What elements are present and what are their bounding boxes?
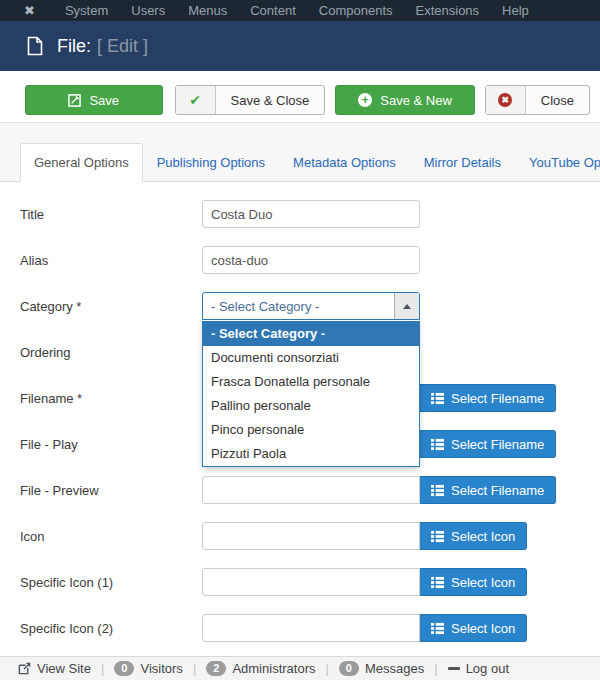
list-icon — [431, 438, 444, 451]
view-site-label: View Site — [37, 661, 91, 676]
icon-input[interactable] — [202, 522, 420, 550]
logout-label: Log out — [466, 661, 509, 676]
select-icon-label: Select Icon — [451, 529, 515, 544]
logout-link[interactable]: Log out — [448, 661, 509, 676]
external-link-icon — [18, 662, 31, 675]
visitors-label: Visitors — [140, 661, 182, 676]
plus-circle-icon: + — [358, 93, 372, 107]
title-label: Title — [20, 207, 202, 222]
messages-count-badge: 0 — [339, 661, 359, 676]
select-filename-label: Select Filename — [451, 483, 544, 498]
file-preview-label: File - Preview — [20, 483, 202, 498]
messages-status[interactable]: 0 Messages — [339, 661, 424, 676]
specific-icon-1-input[interactable] — [202, 568, 420, 596]
save-and-new-button[interactable]: + Save & New — [335, 85, 474, 115]
alias-label: Alias — [20, 253, 202, 268]
category-option-pizzuti-paola[interactable]: Pizzuti Paola — [203, 442, 419, 466]
list-icon — [431, 484, 444, 497]
category-option-select-category[interactable]: - Select Category - — [203, 322, 419, 346]
list-icon — [431, 392, 444, 405]
close-button[interactable]: ✖ Close — [485, 85, 590, 115]
specific-icon-1-row: Specific Icon (1) Select Icon — [20, 568, 600, 596]
page-header: File: [ Edit ] — [0, 21, 600, 71]
file-document-icon — [27, 36, 43, 56]
category-option-documenti-consorziati[interactable]: Documenti consorziati — [203, 346, 419, 370]
category-dropdown-menu: - Select Category - Documenti consorziat… — [202, 321, 420, 467]
menu-content[interactable]: Content — [250, 3, 296, 18]
tab-general-options[interactable]: General Options — [20, 143, 143, 182]
category-row: Category * - Select Category - — [20, 292, 600, 320]
tab-metadata-options[interactable]: Metadata Options — [279, 144, 410, 181]
list-icon — [431, 530, 444, 543]
joomla-logo-icon: ✖ — [24, 4, 35, 17]
menu-menus[interactable]: Menus — [188, 3, 227, 18]
save-button-label: Save — [89, 93, 119, 108]
admin-top-nav: ✖ System Users Menus Content Components … — [0, 0, 600, 21]
specific-icon-2-label: Specific Icon (2) — [20, 621, 202, 636]
status-bar: View Site | 0 Visitors | 2 Administrator… — [0, 656, 600, 680]
alias-input[interactable] — [202, 246, 420, 274]
tab-mirror-details[interactable]: Mirror Details — [410, 144, 515, 181]
select-filename-label: Select Filename — [451, 391, 544, 406]
menu-help[interactable]: Help — [502, 3, 529, 18]
save-pencil-icon — [68, 94, 81, 107]
save-and-close-button[interactable]: ✔ Save & Close — [175, 85, 326, 115]
save-button[interactable]: Save — [25, 85, 163, 115]
select-icon-label: Select Icon — [451, 621, 515, 636]
specific-icon-2-row: Specific Icon (2) Select Icon — [20, 614, 600, 642]
select-icon-label: Select Icon — [451, 575, 515, 590]
divider: | — [101, 661, 104, 676]
select-icon-button[interactable]: Select Icon — [420, 522, 527, 550]
menu-extensions[interactable]: Extensions — [416, 3, 480, 18]
administrators-label: Administrators — [232, 661, 315, 676]
select-icon-button[interactable]: Select Icon — [420, 568, 527, 596]
file-preview-input[interactable] — [202, 476, 420, 504]
messages-label: Messages — [365, 661, 424, 676]
divider: | — [193, 661, 196, 676]
logout-dash-icon — [448, 667, 460, 670]
file-play-label: File - Play — [20, 437, 202, 452]
divider: | — [325, 661, 328, 676]
page-title-edit-suffix: [ Edit ] — [97, 36, 148, 57]
category-select[interactable]: - Select Category - — [202, 292, 420, 320]
check-icon: ✔ — [176, 86, 216, 114]
title-row: Title — [20, 200, 600, 228]
icon-row: Icon Select Icon — [20, 522, 600, 550]
specific-icon-1-label: Specific Icon (1) — [20, 575, 202, 590]
view-site-link[interactable]: View Site — [18, 661, 91, 676]
administrators-status[interactable]: 2 Administrators — [206, 661, 315, 676]
list-icon — [431, 622, 444, 635]
visitors-status[interactable]: 0 Visitors — [114, 661, 183, 676]
category-option-frasca-donatella-personale[interactable]: Frasca Donatella personale — [203, 370, 419, 394]
tab-publishing-options[interactable]: Publishing Options — [143, 144, 279, 181]
menu-system[interactable]: System — [65, 3, 108, 18]
category-option-pallino-personale[interactable]: Pallino personale — [203, 394, 419, 418]
select-filename-button[interactable]: Select Filename — [420, 430, 556, 458]
select-icon-button[interactable]: Select Icon — [420, 614, 527, 642]
save-and-new-label: Save & New — [380, 93, 452, 108]
save-and-close-label: Save & Close — [216, 93, 325, 108]
menu-users[interactable]: Users — [131, 3, 165, 18]
close-button-label: Close — [526, 93, 589, 108]
select-filename-button[interactable]: Select Filename — [420, 384, 556, 412]
close-circle-icon: ✖ — [486, 86, 526, 114]
title-input[interactable] — [202, 200, 420, 228]
file-preview-row: File - Preview Select Filename — [20, 476, 600, 504]
category-caret-button[interactable] — [394, 293, 419, 319]
icon-label: Icon — [20, 529, 202, 544]
ordering-label: Ordering — [20, 345, 202, 360]
options-tab-bar: General Options Publishing Options Metad… — [0, 122, 600, 182]
specific-icon-2-input[interactable] — [202, 614, 420, 642]
menu-components[interactable]: Components — [319, 3, 393, 18]
tab-youtube-options[interactable]: YouTube Op — [515, 144, 600, 181]
page-title: File: — [57, 36, 91, 57]
toolbar: Save ✔ Save & Close + Save & New ✖ Close — [0, 71, 600, 122]
alias-row: Alias — [20, 246, 600, 274]
select-filename-button[interactable]: Select Filename — [420, 476, 556, 504]
category-option-pinco-personale[interactable]: Pinco personale — [203, 418, 419, 442]
filename-label: Filename * — [20, 391, 202, 406]
list-icon — [431, 576, 444, 589]
visitors-count-badge: 0 — [114, 661, 134, 676]
category-label: Category * — [20, 299, 202, 314]
administrators-count-badge: 2 — [206, 661, 226, 676]
